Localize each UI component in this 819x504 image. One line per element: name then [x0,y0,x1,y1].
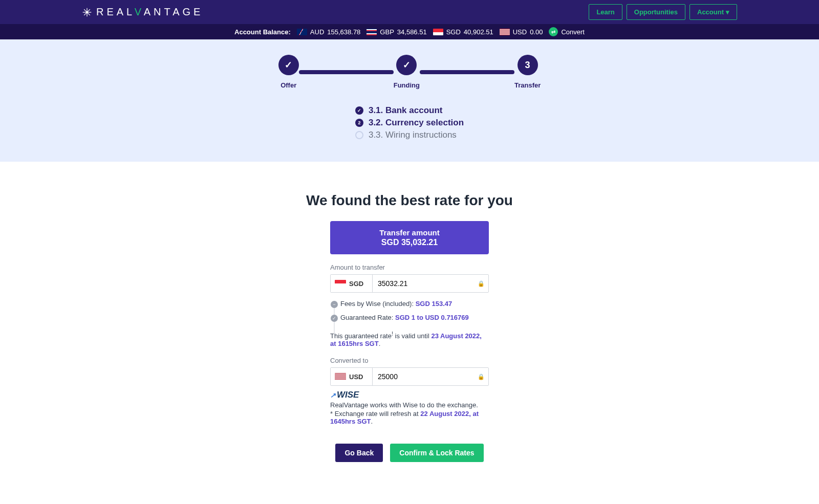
step-funding-circle [396,55,417,75]
substep-currency-label: 3.2. Currency selection [369,118,464,128]
caret-down-icon: ▾ [726,8,729,16]
step-offer-circle [278,55,299,75]
flag-gbp-icon [367,29,377,35]
balance-aud-amount: 155,638.78 [327,28,360,36]
balance-item-sgd: SGD 40,902.51 [433,28,493,36]
fees-value: SGD 153.47 [416,300,452,308]
refresh-suffix: . [371,418,373,425]
substeps: 3.1. Bank account 3.2. Currency selectio… [355,104,464,141]
guarantee-note: This guaranteed rate! is valid until 23 … [330,331,489,347]
substep-wiring-label: 3.3. Wiring instructions [369,130,457,140]
guarantee-prefix: This guaranteed rate [330,332,392,340]
stepper: Offer Funding 3 Transfer [0,55,819,89]
wise-name: WISE [337,390,359,400]
amount-from-block: Amount to transfer SGD 🔒 [330,264,489,293]
substep-done-icon [355,106,363,115]
convert-icon: ⇄ [549,27,558,36]
balance-gbp-currency: GBP [380,28,394,36]
nav-account-label: Account [697,8,724,16]
step-transfer-label: Transfer [514,81,541,89]
to-currency-code: USD [349,373,363,381]
balance-sgd-amount: 40,902.51 [464,28,493,36]
flag-usd-icon [335,373,346,380]
step-offer-label: Offer [281,81,296,89]
transfer-banner-amount: SGD 35,032.21 [340,238,479,247]
rate-value: SGD 1 to USD 0.716769 [395,314,469,321]
go-back-button[interactable]: Go Back [335,444,383,462]
amount-to-block: Converted to USD 🔒 [330,357,489,386]
balance-gbp-amount: 34,586.51 [397,28,427,36]
refresh-note: * Exchange rate will refresh at 22 Augus… [330,410,489,425]
balance-usd-amount: 0.00 [530,28,543,36]
refresh-prefix: * Exchange rate will refresh at [330,410,420,418]
balance-item-usd: USD 0.00 [500,28,543,36]
app-header: REALVANTAGE Learn Opportunities Account▾ [0,0,819,24]
step-funding-label: Funding [394,81,420,89]
transfer-amount-banner: Transfer amount SGD 35,032.21 [330,221,489,254]
confirm-lock-button[interactable]: Confirm & Lock Rates [390,444,483,462]
page-headline: We found the best rate for you [306,192,513,209]
substep-active-icon [355,119,363,127]
amount-to-label: Converted to [330,357,489,364]
logo-mark-icon [82,7,92,17]
stepper-section: Offer Funding 3 Transfer 3.1. Bank accou… [0,39,819,162]
balance-item-gbp: GBP 34,586.51 [367,28,426,36]
amount-from-label: Amount to transfer [330,264,489,271]
step-connector-1 [299,70,394,74]
substep-wiring: 3.3. Wiring instructions [355,129,464,141]
substep-currency-selection: 3.2. Currency selection [355,117,464,129]
flag-usd-icon [500,29,510,35]
tick-icon [331,315,338,322]
balance-label: Account Balance: [234,28,291,36]
wise-block: ↗ WISE RealVantage works with Wise to do… [330,390,489,425]
balance-bar: Account Balance: AUD 155,638.78 GBP 34,5… [0,24,819,39]
amount-to-row: USD 🔒 [330,367,489,386]
from-currency-cell[interactable]: SGD [331,275,373,292]
step-offer: Offer [278,55,299,89]
minus-icon [331,301,338,308]
wise-logo: ↗ WISE [330,390,489,400]
nav-buttons: Learn Opportunities Account▾ [589,4,737,20]
guarantee-mid: is valid until [393,332,431,340]
to-currency-cell[interactable]: USD [331,368,373,385]
guarantee-suffix: . [379,340,381,347]
step-transfer-circle: 3 [518,55,538,75]
fee-rate-timeline: Fees by Wise (included): SGD 153.47 Guar… [330,297,489,324]
lock-icon: 🔒 [474,275,488,292]
wise-arrow-icon: ↗ [330,391,336,399]
nav-opportunities-button[interactable]: Opportunities [627,4,685,20]
convert-link[interactable]: ⇄ Convert [549,27,585,36]
rate-line: Guaranteed Rate: SGD 1 to USD 0.716769 [340,311,489,324]
balance-sgd-currency: SGD [446,28,461,36]
action-row: Go Back Confirm & Lock Rates [335,444,483,462]
nav-learn-button[interactable]: Learn [589,4,622,20]
fees-line: Fees by Wise (included): SGD 153.47 [340,297,489,311]
balance-usd-currency: USD [513,28,527,36]
step-transfer: 3 Transfer [514,55,541,89]
brand-text-post: ANTAGE [144,6,204,17]
flag-sgd-icon [335,280,346,287]
substep-pending-icon [355,131,363,139]
brand-text-accent: V [135,6,144,17]
balance-item-aud: AUD 155,638.78 [297,28,361,36]
from-amount-input[interactable] [373,275,474,292]
amount-from-row: SGD 🔒 [330,274,489,293]
flag-aud-icon [297,29,307,35]
brand-logo[interactable]: REALVANTAGE [82,6,203,18]
brand-text-pre: REAL [96,6,135,17]
nav-account-button[interactable]: Account▾ [689,4,737,20]
flag-sgd-icon [433,29,443,35]
convert-label: Convert [561,28,585,36]
balance-aud-currency: AUD [310,28,324,36]
substep-bank-label: 3.1. Bank account [369,105,443,116]
fees-prefix: Fees by Wise (included): [340,300,416,308]
rate-prefix: Guaranteed Rate: [340,314,395,321]
substep-bank-account: 3.1. Bank account [355,104,464,117]
to-amount-input[interactable] [373,368,474,385]
step-connector-2 [420,70,514,74]
from-currency-code: SGD [349,280,363,288]
wise-desc: RealVantage works with Wise to do the ex… [330,401,489,409]
main-content: We found the best rate for you Transfer … [0,162,819,503]
lock-icon: 🔒 [474,368,488,385]
transfer-banner-label: Transfer amount [340,228,479,237]
